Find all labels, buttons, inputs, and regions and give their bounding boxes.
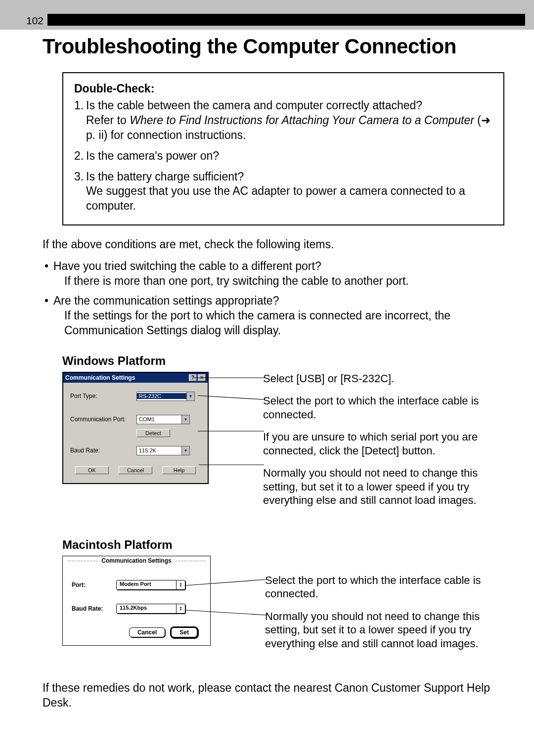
intro-para: If the above conditions are met, check t… [43,237,504,252]
bullet-1: Have you tried switching the cable to a … [43,259,504,289]
win-note-1: Select [USB] or [RS-232C]. [263,372,504,386]
mac-port-combo[interactable]: Modem Port ▲▼ [116,580,185,590]
mac-note-1: Select the port to which the interface c… [265,574,504,601]
ok-button[interactable]: OK [75,466,109,474]
double-check-heading: Double-Check: [74,82,492,95]
updown-arrows-icon: ▲▼ [176,604,185,613]
page-header: 102 [0,0,534,30]
bullet-2: Are the communication settings appropria… [43,294,504,338]
mac-baud-label: Baud Rate: [72,605,116,612]
mac-heading: Macintosh Platform [62,538,504,552]
page-title: Troubleshooting the Computer Connection [43,35,504,58]
windows-heading: Windows Platform [62,354,504,368]
win-note-3: If you are unsure to which serial port y… [263,430,504,457]
windows-dialog: Communication Settings ? × Port Type: RS… [62,372,209,484]
port-type-combo[interactable]: RS-232C ▼ [136,392,195,401]
chevron-down-icon: ▼ [181,446,189,455]
closing-paragraph: If these remedies do not work, please co… [43,681,504,711]
mac-cancel-button[interactable]: Cancel [129,627,165,637]
mac-set-button[interactable]: Set [171,627,197,637]
windows-dialog-title: Communication Settings [65,374,135,381]
chevron-down-icon: ▼ [186,392,194,400]
chevron-down-icon: ▼ [181,415,189,424]
mac-dialog: Communication Settings Port: Modem Port … [62,556,211,646]
windows-notes: Select [USB] or [RS-232C]. Select the po… [263,372,504,516]
comm-port-combo[interactable]: COM1 ▼ [136,415,190,424]
page-number: 102 [26,15,44,27]
detect-button[interactable]: Detect [136,429,170,437]
baud-rate-label: Baud Rate: [70,447,136,454]
win-note-4: Normally you should not need to change t… [263,466,504,507]
mac-port-label: Port: [72,581,116,588]
mac-dialog-title: Communication Settings [63,556,210,565]
bullet-list: Have you tried switching the cable to a … [43,259,504,338]
port-type-label: Port Type: [70,393,136,400]
double-check-box: Double-Check: 1. Is the cable between th… [62,72,504,225]
comm-port-label: Communication Port: [70,416,136,423]
baud-rate-combo[interactable]: 115.2K ▼ [136,446,190,455]
help-button[interactable]: Help [162,466,196,474]
dc-item-3: 3. Is the battery charge sufficient? We … [74,170,492,214]
mac-baud-combo[interactable]: 115.2Kbps ▲▼ [116,604,185,614]
header-black-bar [47,14,525,26]
cancel-button[interactable]: Cancel [119,466,152,474]
mac-notes: Select the port to which the interface c… [265,556,504,660]
mac-note-2: Normally you should not need to change t… [265,610,504,651]
windows-dialog-titlebar: Communication Settings ? × [63,373,208,383]
dc-item-1: 1. Is the cable between the camera and c… [74,98,492,143]
dc-item-2: 2. Is the camera's power on? [74,149,492,164]
windows-row: Communication Settings ? × Port Type: RS… [43,372,504,516]
win-note-2: Select the port to which the interface c… [263,394,504,421]
mac-row: Communication Settings Port: Modem Port … [43,556,504,660]
updown-arrows-icon: ▲▼ [176,580,185,589]
